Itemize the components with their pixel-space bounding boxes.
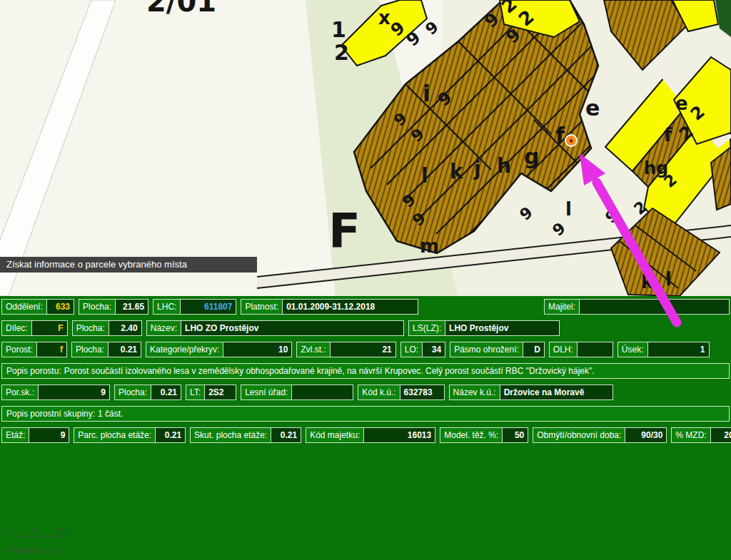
field-obmyti: Obmýtí/obnovní doba:90/30 (533, 427, 667, 443)
field-label: Platnost: (241, 300, 282, 314)
field-value: 90/30 (625, 428, 666, 442)
map-label: 1 (331, 17, 346, 42)
field-label: LT: (186, 385, 204, 399)
field-nazev: Název:LHO ZO Prostějov (146, 320, 404, 336)
field-value: 16013 (363, 428, 435, 442)
field-label: Oddělení: (2, 300, 46, 314)
map-label: 2/01 (146, 0, 216, 18)
field-plocha-dilec: Plocha:2.40 (72, 320, 142, 336)
scale-label: 25 (30, 526, 37, 533)
map-label: F (328, 203, 361, 258)
field-plocha-porsk: Plocha:0.21 (114, 385, 181, 400)
map-canvas[interactable]: ✶ 2/0112x9999229i999efghjkl99m9l9Fef22hg… (0, 0, 731, 296)
field-value: LHO ZO Prostějov (181, 321, 403, 335)
panel-row-dilec: Dílec:F Plocha:2.40 Název:LHO ZO Prostěj… (1, 320, 730, 336)
field-olh: OLH: (549, 342, 613, 357)
map-scale: 0 25 50 m (9, 526, 70, 536)
field-value: 0.21 (271, 428, 301, 442)
field-oddeleni: Oddělení:633 (1, 299, 74, 315)
field-kod-ku: Kód k.ú.:632783 (358, 385, 444, 400)
field-value: 1 (647, 342, 709, 357)
field-label: Úsek: (618, 342, 647, 357)
field-label: Etáž: (2, 428, 29, 442)
field-value: 632783 (400, 385, 444, 399)
panel-row-popis-porostu: Popis porostu:Porost součástí izolovanéh… (1, 363, 730, 379)
field-label: Kód majetku: (306, 428, 363, 442)
field-label: Popis porostní skupiny: (6, 409, 95, 419)
scale-label: 50 m (56, 526, 70, 533)
field-label: Plocha: (73, 321, 109, 335)
map-label: g (524, 144, 539, 169)
field-label: LHC: (153, 300, 180, 314)
field-value: 21.65 (115, 300, 148, 314)
field-label: Obmýtí/obnovní doba: (533, 428, 625, 442)
field-value: 50 (502, 428, 528, 442)
field-label: Kategorie/překryv: (146, 342, 223, 357)
map-label: e (675, 93, 688, 114)
map-label: f (664, 124, 672, 146)
field-plocha-oddeleni: Plocha:21.65 (79, 299, 148, 315)
field-label: % MZD: (672, 428, 710, 442)
field-majitel: Majitel: (544, 299, 730, 315)
field-value: 0.21 (151, 385, 181, 399)
field-value: Držovice na Moravě (500, 385, 612, 399)
field-value: D (523, 342, 544, 357)
field-label: Popis porostu: (6, 366, 61, 376)
field-value: LHO Prostějov (445, 321, 559, 335)
field-popis-skupiny: Popis porostní skupiny:1 část. (1, 406, 730, 422)
field-label: Plocha: (115, 385, 151, 399)
map-attribution: © Seznam.cz, a.s. (4, 546, 61, 554)
field-value: 20 (710, 428, 731, 442)
field-label: Zvl.st.: (297, 342, 329, 357)
field-mzd: % MZD:20 (671, 427, 731, 443)
field-value: 9 (38, 385, 109, 399)
parcel-info-panel: Oddělení:633 Plocha:21.65 LHC:611807 Pla… (0, 296, 731, 560)
field-platnost: Platnost:01.01.2009-31.12.2018 (241, 299, 418, 315)
field-plocha-porost: Plocha:0.21 (71, 342, 141, 357)
selected-place-marker-icon[interactable]: ✶ (565, 135, 577, 146)
map-label: j (473, 157, 481, 180)
field-usek: Úsek:1 (617, 342, 710, 357)
field-pasmo: Pásmo ohrožení:D (450, 342, 545, 357)
field-value: 0.21 (155, 428, 185, 442)
field-lslz: LS(LZ):LHO Prostějov (408, 320, 560, 336)
field-label: Kód k.ú.: (358, 385, 399, 399)
map-label: m (420, 235, 439, 257)
scale-bar (9, 534, 70, 536)
field-value: 1 část. (98, 409, 123, 419)
field-value: f (36, 342, 66, 357)
panel-row-porost: Porost:f Plocha:0.21 Kategorie/překryv:1… (1, 342, 730, 357)
field-label: Lesní úřad: (241, 385, 291, 399)
field-lesni-urad: Lesní úřad: (241, 385, 353, 400)
map[interactable]: ✶ 2/0112x9999229i999efghjkl99m9l9Fef22hg… (0, 0, 731, 296)
field-value: 611807 (180, 300, 236, 314)
panel-row-popis-skupiny: Popis porostní skupiny:1 část. (1, 406, 730, 422)
field-value: 10 (223, 342, 291, 357)
field-kategorie: Kategorie/překryv:10 (146, 342, 292, 357)
field-label: Skut. plocha etáže: (191, 428, 271, 442)
field-value: 0.21 (108, 342, 141, 357)
svg-text:✶: ✶ (568, 137, 574, 145)
field-value: F (31, 321, 67, 335)
map-label: l (665, 268, 672, 290)
map-label: k (450, 160, 464, 183)
field-value (291, 385, 353, 399)
field-porost: Porost:f (1, 342, 67, 357)
scale-label: 0 (9, 526, 12, 533)
field-value: 21 (330, 342, 395, 357)
map-label: e (585, 96, 600, 121)
field-label: Název: (147, 321, 181, 335)
map-label: k (641, 271, 654, 292)
field-label: LS(LZ): (409, 321, 445, 335)
field-parc-plocha: Parc. plocha etáže:0.21 (74, 427, 186, 443)
field-value: 2S2 (204, 385, 236, 399)
field-label: Název k.ú.: (450, 385, 500, 399)
field-kod-majetku: Kód majetku:16013 (306, 427, 435, 443)
field-value: 9 (29, 428, 69, 442)
field-value: 34 (422, 342, 445, 357)
map-label: i (423, 80, 430, 107)
field-label: Por.sk.: (2, 385, 38, 399)
field-nazev-ku: Název k.ú.:Držovice na Moravě (449, 385, 613, 400)
field-value: 01.01.2009-31.12.2018 (282, 300, 418, 314)
field-value: 633 (46, 300, 74, 314)
